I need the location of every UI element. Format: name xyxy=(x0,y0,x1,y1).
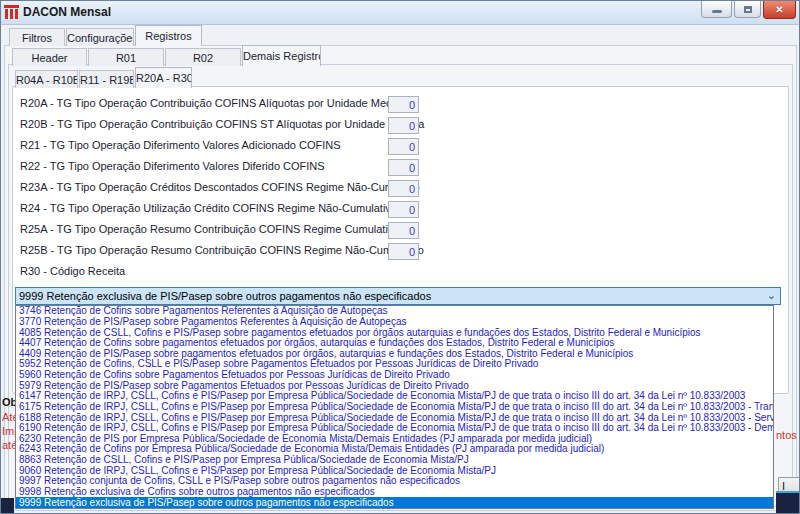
field-label-r25b: R25B - TG Tipo Operação Resumo Contribui… xyxy=(20,244,424,256)
field-input-r23a[interactable] xyxy=(388,180,419,197)
close-icon: ✕ xyxy=(775,4,783,15)
r30-dropdown-list[interactable]: 3746 Retenção de Cofins sobre Pagamentos… xyxy=(15,305,774,509)
dropdown-item-6175[interactable]: 6175 Retenção de IRPJ, CSLL, Cofins e PI… xyxy=(16,402,773,413)
minimize-button[interactable] xyxy=(701,1,732,18)
main-tab-registros[interactable]: Registros xyxy=(135,25,202,46)
registros-tab-r01[interactable]: R01 xyxy=(88,48,164,66)
dropdown-item-9998[interactable]: 9998 Retenção exclusiva de Cofins sobre … xyxy=(16,487,773,498)
demais-registros-tabstrip: R04A - R10BR11 - R19BR20A - R30 xyxy=(15,67,193,88)
app-icon xyxy=(4,5,19,19)
dropdown-item-8863[interactable]: 8863 Retenção de CSLL, Cofins e PIS/Pase… xyxy=(16,455,773,466)
dropdown-item-6188[interactable]: 6188 Retenção de IRPJ, CSLL, Cofins e PI… xyxy=(16,412,773,423)
warning-fragment-text-right: ntos xyxy=(776,429,800,441)
dropdown-item-6147[interactable]: 6147 Retenção de IRPJ, CSLL, Cofins e PI… xyxy=(16,391,773,402)
dropdown-item-6190[interactable]: 6190 Retenção de IRPJ, CSLL, Cofins e PI… xyxy=(16,423,773,434)
warning-fragment-text-3: até xyxy=(2,439,15,451)
field-input-r20a[interactable] xyxy=(388,96,419,113)
maximize-button[interactable] xyxy=(734,1,761,18)
dropdown-item-6230[interactable]: 6230 Retenção de PIS por Empresa Pública… xyxy=(16,434,773,445)
dropdown-item-9997[interactable]: 9997 Retenção conjunta de Cofins, CSLL e… xyxy=(16,476,773,487)
field-input-r24[interactable] xyxy=(388,201,419,218)
dropdown-item-9999[interactable]: 9999 Retenção exclusiva de PIS/Pasep sob… xyxy=(16,497,773,508)
chevron-down-icon: ⌄ xyxy=(767,289,776,302)
maximize-icon xyxy=(744,6,752,13)
dropdown-item-5979[interactable]: 5979 Retenção de PIS/Pasep sobre Pagamen… xyxy=(16,380,773,391)
dropdown-item-9060[interactable]: 9060 Retenção de IRPJ, CSLL, Cofins e PI… xyxy=(16,465,773,476)
field-label-r25a: R25A - TG Tipo Operação Resumo Contribui… xyxy=(20,223,399,235)
registros-tab-r02[interactable]: R02 xyxy=(165,48,241,66)
registros-tab-demais-registros[interactable]: Demais Registros xyxy=(242,45,321,66)
demais-tab-r04a-r10b[interactable]: R04A - R10B xyxy=(15,70,78,88)
dropdown-item-5952[interactable]: 5952 Retenção de Cofins, CSLL e PIS/Pase… xyxy=(16,359,773,370)
field-input-r25a[interactable] xyxy=(388,222,419,239)
main-tab-filtros[interactable]: Filtros xyxy=(9,28,65,46)
dropdown-item-3770[interactable]: 3770 Retenção de PIS/Pasep sobre Pagamen… xyxy=(16,317,773,328)
combobox-selected-value: 9999 Retenção exclusiva de PIS/Pasep sob… xyxy=(19,290,431,302)
dropdown-item-5960[interactable]: 5960 Retenção de Cofins sobre Pagamentos… xyxy=(16,370,773,381)
field-label-r21: R21 - TG Tipo Operação Diferimento Valor… xyxy=(20,139,341,151)
background-navy-panel-right xyxy=(776,491,800,514)
dacon-window: DACON Mensal ✕ FiltrosConfiguraçõesRegis… xyxy=(0,0,800,514)
minimize-icon xyxy=(712,10,722,13)
main-tabstrip: FiltrosConfiguraçõesRegistros xyxy=(9,25,203,46)
warning-fragment-text-2: Imp xyxy=(2,425,15,437)
field-label-r20b: R20B - TG Tipo Operação Contribuição COF… xyxy=(20,118,424,130)
field-input-r21[interactable] xyxy=(388,138,419,155)
warning-fragment-text-1: Ate xyxy=(2,411,15,423)
demais-tab-r20a-r30[interactable]: R20A - R30 xyxy=(135,67,192,88)
field-label-r23a: R23A - TG Tipo Operação Créditos Descont… xyxy=(20,181,420,193)
registros-tabstrip: HeaderR01R02Demais Registros xyxy=(12,45,322,66)
window-title: DACON Mensal xyxy=(23,5,111,19)
dropdown-item-6243[interactable]: 6243 Retenção de Cofins por Empresa Públ… xyxy=(16,444,773,455)
field-input-r22[interactable] xyxy=(388,159,419,176)
r30-label: R30 - Código Receita xyxy=(20,265,125,277)
dropdown-item-3746[interactable]: 3746 Retenção de Cofins sobre Pagamentos… xyxy=(16,306,773,317)
field-label-r24: R24 - TG Tipo Operação Utilização Crédit… xyxy=(20,202,397,214)
field-input-r20b[interactable] xyxy=(388,117,419,134)
field-input-r25b[interactable] xyxy=(388,243,419,260)
r30-codigo-receita-combobox[interactable]: 9999 Retenção exclusiva de PIS/Pasep sob… xyxy=(15,287,781,305)
dropdown-item-4085[interactable]: 4085 Retenção de CSLL, Cofins e PIS/Pase… xyxy=(16,327,773,338)
title-bar[interactable]: DACON Mensal ✕ xyxy=(1,1,799,25)
demais-tab-r11-r19b[interactable]: R11 - R19B xyxy=(79,70,134,88)
observacao-fragment-text: Obs xyxy=(2,396,15,408)
dropdown-item-4409[interactable]: 4409 Retenção de PIS/Pasep sobre pagamen… xyxy=(16,349,773,360)
field-label-r22: R22 - TG Tipo Operação Diferimento Valor… xyxy=(20,160,325,172)
registros-tab-header[interactable]: Header xyxy=(12,48,87,66)
main-tab-configura-es[interactable]: Configurações xyxy=(66,28,134,46)
dropdown-item-4407[interactable]: 4407 Retenção de Cofins sobre pagamentos… xyxy=(16,338,773,349)
close-button[interactable]: ✕ xyxy=(763,1,796,19)
background-navy-panel-left xyxy=(1,498,14,514)
field-label-r20a: R20A - TG Tipo Operação Contribuição COF… xyxy=(20,97,407,109)
